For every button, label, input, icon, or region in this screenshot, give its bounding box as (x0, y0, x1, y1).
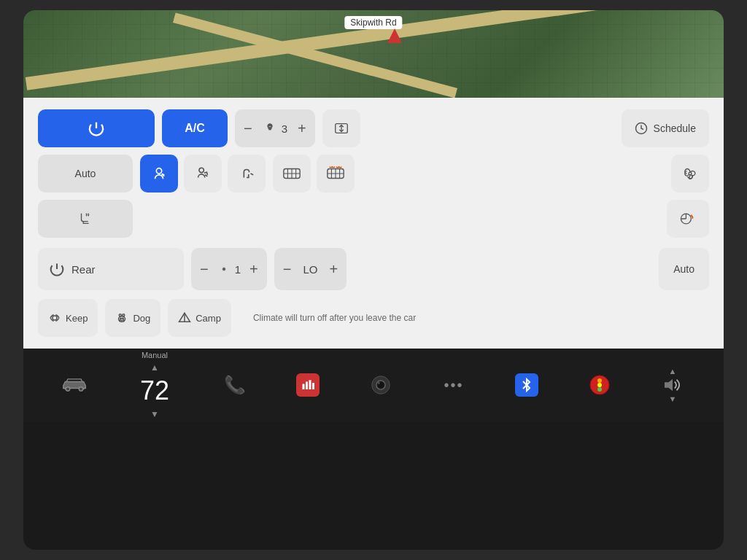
rear-temp-control: − LO + (274, 248, 347, 290)
climate-panel: A/C − (23, 98, 724, 349)
vent-icon (282, 166, 301, 182)
bluetooth-item[interactable] (490, 349, 563, 421)
fan-control: − 3 (235, 109, 315, 147)
fan-speed-value: 3 (282, 122, 287, 135)
svg-point-8 (199, 168, 204, 172)
rear-section: Rear (38, 248, 184, 290)
camp-label: Camp (196, 313, 221, 324)
media-icon (296, 373, 320, 397)
rear-defrost-button[interactable] (317, 155, 355, 192)
traffic-icon (589, 375, 610, 395)
steering-heat-icon (678, 211, 697, 227)
rear-temp-decrease-button[interactable]: − (283, 261, 292, 278)
car-status-item[interactable] (38, 349, 111, 421)
dog-mode-button[interactable]: Dog (105, 299, 160, 337)
bioweapon-defense-button[interactable] (671, 155, 709, 192)
row-main-controls: A/C − (38, 109, 709, 147)
row-modes: Keep Dog Camp (38, 299, 709, 337)
power-button[interactable] (38, 109, 155, 147)
climate-notice: Climate will turn off after you leave th… (239, 313, 709, 323)
bluetooth-icon (515, 373, 538, 397)
rear-fan-control: − 1 + (191, 248, 267, 290)
svg-point-40 (378, 382, 380, 384)
rear-auto-button[interactable]: Auto (659, 248, 709, 290)
svg-point-30 (123, 318, 124, 319)
airflow-face-button[interactable] (140, 155, 178, 192)
clock-icon (635, 122, 648, 135)
bottom-bar: Manual ▲ 72 ▼ 📞 (23, 349, 724, 421)
airflow-feet-icon (239, 166, 255, 182)
fan-icon (263, 121, 277, 136)
rear-auto-label: Auto (673, 263, 694, 275)
seat-heat-button[interactable] (38, 200, 133, 238)
svg-point-7 (156, 168, 161, 174)
svg-point-24 (222, 268, 225, 271)
dog-icon (115, 311, 128, 324)
phone-item[interactable]: 📞 (198, 349, 271, 421)
volume-icon (663, 377, 682, 393)
menu-dots-item[interactable]: ••• (417, 349, 490, 421)
svg-point-25 (53, 316, 57, 320)
recirculate-icon (333, 120, 349, 136)
svg-point-32 (79, 387, 82, 391)
camp-icon (178, 311, 191, 324)
temp-chevron-up[interactable]: ▲ (150, 362, 159, 373)
recirculate-button[interactable] (322, 109, 360, 147)
svg-rect-33 (303, 384, 305, 390)
phone-icon: 📞 (224, 375, 246, 395)
temperature-value: 72 (140, 376, 169, 406)
svg-rect-36 (312, 383, 314, 389)
rear-temp-value: LO (300, 263, 320, 276)
temp-manual-label: Manual (142, 351, 168, 359)
volume-chevron-down[interactable]: ▼ (669, 394, 677, 403)
seat-heat-icon (77, 211, 93, 227)
media-item[interactable] (271, 349, 344, 421)
dog-label: Dog (133, 313, 150, 324)
dots-icon: ••• (444, 377, 463, 394)
volume-chevron-up[interactable]: ▲ (669, 367, 677, 376)
camera-item[interactable] (344, 349, 417, 421)
vent-button[interactable] (273, 155, 311, 192)
ac-button[interactable]: A/C (162, 109, 228, 147)
temperature-item[interactable]: Manual ▲ 72 ▼ (111, 349, 198, 421)
auto-button[interactable]: Auto (38, 155, 133, 192)
rear-fan-speed: 1 (235, 263, 241, 276)
svg-rect-34 (306, 382, 308, 390)
map-location-arrow (387, 28, 402, 43)
ac-label: A/C (185, 122, 205, 135)
svg-rect-35 (309, 380, 311, 389)
keep-mode-button[interactable]: Keep (38, 299, 98, 337)
rear-defrost-icon (326, 166, 345, 182)
camp-mode-button[interactable]: Camp (168, 299, 231, 337)
biohazard-icon (682, 166, 698, 182)
camera-icon (371, 375, 391, 395)
airflow-face-feet-button[interactable] (184, 155, 222, 192)
airflow-feet-button[interactable] (228, 155, 266, 192)
map-area: Skipwith Rd (23, 10, 724, 98)
main-screen: Skipwith Rd A/C − (23, 10, 724, 550)
temp-chevron-down[interactable]: ▼ (150, 409, 159, 419)
fan-display: 3 (263, 121, 287, 136)
airflow-icons-group (140, 155, 266, 192)
fan-decrease-button[interactable]: − (244, 120, 252, 137)
svg-point-44 (597, 387, 602, 392)
rear-power-icon (50, 262, 64, 276)
volume-item[interactable]: ▲ ▼ (636, 349, 709, 421)
row-seat-heat (38, 200, 709, 238)
rear-temp-increase-button[interactable]: + (329, 261, 338, 278)
traffic-item[interactable] (563, 349, 636, 421)
rear-label: Rear (71, 263, 96, 276)
steering-heat-button[interactable] (667, 200, 709, 238)
rear-fan-icon (217, 262, 231, 276)
map-road-label: Skipwith Rd (344, 16, 402, 29)
airflow-face-icon (151, 166, 167, 182)
rear-fan-display: 1 (217, 262, 241, 276)
svg-point-31 (66, 387, 69, 391)
svg-point-29 (120, 318, 122, 319)
fan-increase-button[interactable]: + (298, 120, 306, 137)
schedule-button[interactable]: Schedule (622, 109, 709, 147)
svg-point-4 (268, 127, 271, 129)
rear-fan-decrease-button[interactable]: − (200, 261, 209, 278)
rear-fan-increase-button[interactable]: + (249, 261, 258, 278)
keep-icon (48, 311, 61, 324)
